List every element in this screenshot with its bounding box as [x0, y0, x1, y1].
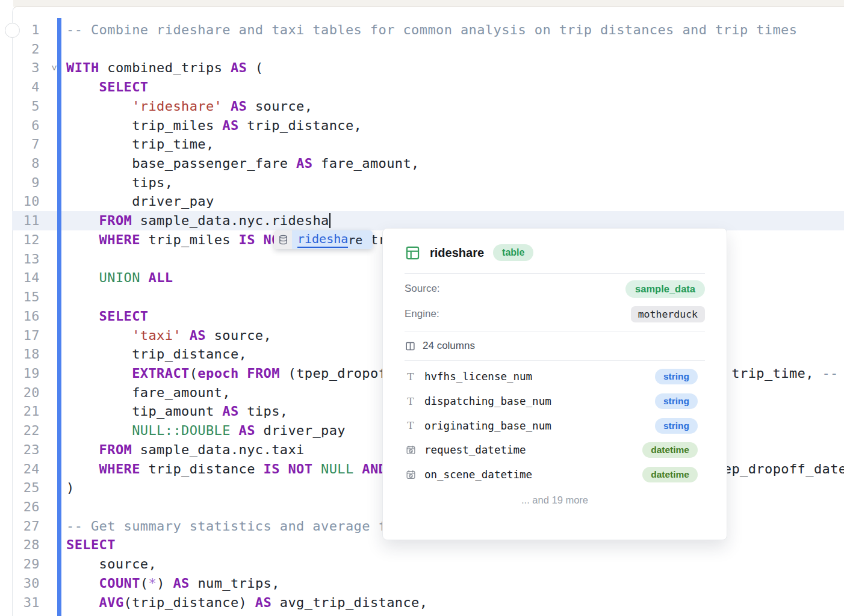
- line-number[interactable]: 7: [12, 135, 40, 154]
- code-line-text: ): [66, 478, 75, 497]
- code-line-text: WITH combined_trips AS (: [66, 58, 264, 78]
- line-number[interactable]: 31: [12, 593, 40, 612]
- code-line[interactable]: 3>WITH combined_trips AS (: [12, 58, 844, 78]
- column-name: on_scene_datetime: [424, 469, 532, 481]
- info-value-badge: sample_data: [625, 280, 705, 298]
- more-columns-label: ... and 19 more: [405, 494, 705, 506]
- line-number[interactable]: 23: [12, 440, 40, 460]
- autocomplete-rest-text: re: [348, 233, 362, 247]
- code-line[interactable]: 31 AVG(trip_distance) AS avg_trip_distan…: [12, 593, 844, 612]
- column-type-badge: string: [655, 418, 698, 434]
- column-row: request_datetimedatetime: [405, 438, 705, 463]
- database-icon: [274, 230, 292, 249]
- line-number[interactable]: 2: [12, 40, 40, 59]
- code-line[interactable]: 6 trip_miles AS trip_distance,: [12, 116, 844, 135]
- column-row: Tdispatching_base_numstring: [405, 389, 705, 414]
- popup-info-row: Engine:motherduck: [405, 301, 705, 327]
- line-number[interactable]: 20: [12, 383, 40, 402]
- line-number[interactable]: 17: [12, 326, 40, 345]
- line-number[interactable]: 32: [12, 612, 40, 616]
- table-type-badge: table: [493, 244, 533, 261]
- calendar-clock-icon: [405, 469, 417, 480]
- code-line-text: trip_time,: [66, 135, 214, 154]
- line-number[interactable]: 26: [12, 497, 40, 517]
- column-name: dispatching_base_num: [424, 395, 551, 407]
- code-line[interactable]: 2: [12, 40, 844, 59]
- line-number[interactable]: 5: [12, 97, 40, 116]
- autocomplete-item-rideshare[interactable]: rideshare: [292, 230, 373, 249]
- table-icon: [405, 245, 421, 261]
- popup-info-row: Source:sample_data: [405, 276, 705, 301]
- line-number[interactable]: 18: [12, 345, 40, 364]
- line-number[interactable]: 19: [12, 364, 40, 383]
- line-number[interactable]: 13: [12, 250, 40, 269]
- code-line-text: tips,: [66, 173, 173, 192]
- line-number[interactable]: 14: [12, 268, 40, 288]
- line-number[interactable]: 3: [12, 58, 40, 78]
- line-number[interactable]: 28: [12, 535, 40, 555]
- popup-header: rideshare table: [405, 244, 705, 262]
- column-type-badge: datetime: [642, 467, 698, 482]
- column-row: Toriginating_base_numstring: [405, 413, 705, 438]
- code-line[interactable]: 10 driver_pay: [12, 192, 844, 211]
- code-line-text: AVG(trip_distance) AS avg_trip_distance,: [66, 593, 427, 612]
- code-line-text: source,: [66, 555, 157, 574]
- line-number[interactable]: 30: [12, 574, 40, 593]
- code-line-text: FROM sample_data.nyc.ridesha: [66, 211, 330, 230]
- code-line-text: fare_amount,: [66, 383, 231, 402]
- code-line-text: 'taxi' AS source,: [66, 326, 272, 345]
- code-line-text: SELECT: [66, 535, 116, 555]
- calendar-clock-icon: [405, 445, 417, 455]
- code-line[interactable]: 4 SELECT: [12, 78, 844, 97]
- autocomplete-match-text: ridesha: [297, 232, 348, 248]
- popup-column-list: Thvfhs_license_numstringTdispatching_bas…: [405, 365, 705, 487]
- line-number[interactable]: 29: [12, 555, 40, 574]
- info-label: Source:: [405, 283, 440, 295]
- line-number[interactable]: 6: [12, 116, 40, 135]
- code-line[interactable]: 5 'rideshare' AS source,: [12, 97, 844, 116]
- column-row: Thvfhs_license_numstring: [405, 365, 705, 389]
- code-line[interactable]: 9 tips,: [12, 173, 844, 192]
- code-line-text: trip_distance,: [66, 345, 247, 364]
- code-line-text: trip_miles AS trip_distance,: [66, 116, 362, 135]
- code-line-text: -- Combine rideshare and taxi tables for…: [66, 20, 797, 40]
- code-line-text: 'rideshare' AS source,: [66, 97, 312, 116]
- column-type-badge: string: [655, 393, 698, 409]
- line-number[interactable]: 8: [12, 154, 40, 173]
- line-number[interactable]: 16: [12, 307, 40, 326]
- code-line[interactable]: 8 base_passenger_fare AS fare_amount,: [12, 154, 844, 173]
- line-number[interactable]: 11: [12, 211, 40, 230]
- text-icon: T: [405, 420, 417, 431]
- code-line[interactable]: 7 trip_time,: [12, 135, 844, 154]
- line-number[interactable]: 24: [12, 460, 40, 479]
- column-name: hvfhs_license_num: [424, 371, 532, 383]
- code-line-text: UNION ALL: [66, 268, 173, 288]
- line-number[interactable]: 15: [12, 288, 40, 307]
- columns-icon: [405, 340, 416, 352]
- code-line[interactable]: 1-- Combine rideshare and taxi tables fo…: [12, 20, 844, 40]
- line-number[interactable]: 27: [12, 517, 40, 536]
- line-number[interactable]: 9: [12, 173, 40, 192]
- popup-info-rows: Source:sample_dataEngine:motherduck: [405, 276, 705, 327]
- line-number[interactable]: 4: [12, 78, 40, 97]
- code-line-text: SELECT: [66, 307, 148, 326]
- panel-collapse-handle[interactable]: [5, 23, 20, 38]
- columns-count-row: 24 columns: [405, 331, 705, 360]
- line-number[interactable]: 10: [12, 192, 40, 211]
- text-icon: T: [405, 372, 417, 382]
- code-line[interactable]: 32 AVG(trip_time) AS avg_trip_time,: [12, 612, 844, 616]
- columns-count-label: 24 columns: [423, 340, 475, 352]
- gutter-change-bar: [57, 18, 61, 616]
- column-row: on_scene_datetimedatetime: [405, 463, 705, 487]
- column-type-badge: datetime: [642, 442, 698, 458]
- column-name: request_datetime: [424, 444, 526, 456]
- divider: [405, 360, 705, 361]
- code-line[interactable]: 29 source,: [12, 555, 844, 574]
- code-line[interactable]: 30 COUNT(*) AS num_trips,: [12, 574, 844, 593]
- line-number[interactable]: 21: [12, 402, 40, 421]
- code-line-text: base_passenger_fare AS fare_amount,: [66, 154, 420, 173]
- line-number[interactable]: 12: [12, 230, 40, 250]
- text-cursor: [329, 213, 331, 228]
- line-number[interactable]: 25: [12, 478, 40, 497]
- line-number[interactable]: 22: [12, 421, 40, 440]
